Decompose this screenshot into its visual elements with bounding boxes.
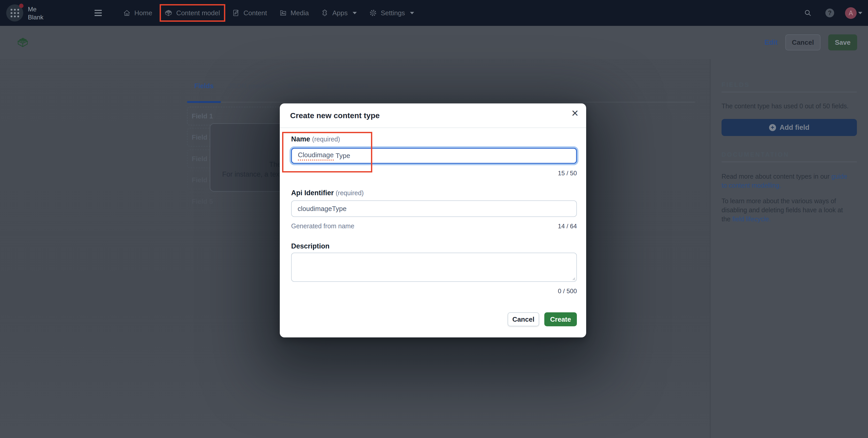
account-menu[interactable]: A [845, 7, 862, 19]
description-char-counter: 0 / 500 [558, 288, 577, 295]
empty-state-line2: For instance, a text f [222, 170, 285, 178]
nav-item-apps[interactable]: Apps [315, 0, 363, 26]
avatar: A [845, 7, 857, 19]
nav-item-label: Settings [381, 9, 405, 17]
chevron-down-icon [352, 12, 357, 14]
plus-icon: + [769, 124, 776, 131]
grid-dots-icon [10, 9, 19, 17]
nav-item-label: Content [243, 9, 267, 17]
fields-usage-text: The content type has used 0 out of 50 fi… [721, 101, 857, 111]
field-placeholder-label: Field 1 [192, 112, 213, 120]
toolbar-actions: Edit Cancel Save [765, 34, 857, 51]
sidebar-docs-heading: DOCUMENTATION [721, 151, 857, 158]
divider [280, 127, 586, 128]
editor-tabs: Fields JSON preview Sidebar Entry editor… [187, 82, 695, 103]
tab-sidebar[interactable]: Sidebar [281, 82, 319, 102]
divider [721, 92, 857, 92]
docs-paragraph-2: To learn more about the various ways of … [721, 197, 852, 224]
settings-gear-icon [369, 8, 377, 17]
apps-icon [320, 9, 329, 17]
name-char-counter: 15 / 50 [558, 170, 577, 177]
nav-item-label: Media [291, 9, 309, 17]
nav-item-content[interactable]: Content [226, 0, 273, 26]
close-icon[interactable]: × [571, 107, 579, 119]
modal-cancel-button[interactable]: Cancel [507, 312, 539, 326]
required-suffix: (required) [336, 189, 364, 197]
toolbar-save-button[interactable]: Save [828, 34, 857, 51]
name-value-rest: Type [336, 152, 350, 160]
name-input[interactable]: Cloudimage Type [291, 148, 577, 164]
toolbar-cancel-button[interactable]: Cancel [785, 34, 820, 51]
right-sidebar: FIELDS The content type has used 0 out o… [710, 59, 868, 438]
chevron-down-icon [410, 12, 414, 14]
nav-item-media[interactable]: Media [273, 0, 315, 26]
menu-button[interactable] [95, 10, 102, 18]
nav-item-label: Content model [176, 9, 220, 17]
search-icon[interactable] [801, 6, 815, 20]
top-nav: Me Blank Home Cont [0, 0, 868, 26]
name-label: Name (required) [291, 135, 340, 143]
question-mark-glyph: ? [828, 9, 832, 17]
divider [721, 162, 857, 162]
api-helper-row: Generated from name 14 / 64 [291, 222, 577, 230]
page: Me Blank Home Cont [0, 0, 868, 438]
name-value-misspelled: Cloudimage [298, 151, 334, 160]
api-char-counter: 14 / 64 [558, 223, 577, 230]
field-placeholder-label: Field 5 [192, 198, 213, 206]
name-label-text: Name [291, 135, 310, 143]
tab-fields[interactable]: Fields [187, 82, 221, 102]
description-textarea[interactable] [291, 253, 577, 282]
chevron-down-icon [858, 12, 862, 14]
space-title: Blank [28, 13, 43, 21]
nav-item-content-model[interactable]: Content model [158, 0, 226, 26]
tab-entry-editors[interactable]: Entry editors [319, 82, 375, 102]
content-model-icon [164, 8, 173, 17]
nav-item-label: Home [134, 9, 152, 17]
modal-footer: Cancel Create [507, 312, 577, 326]
required-suffix: (required) [312, 136, 340, 143]
create-content-type-modal: Create new content type × Name (required… [280, 104, 586, 338]
tab-json-preview[interactable]: JSON preview [221, 82, 281, 102]
modal-create-button[interactable]: Create [544, 312, 577, 326]
avatar-letter: A [848, 9, 853, 17]
add-field-button[interactable]: + Add field [721, 119, 857, 136]
content-icon [232, 9, 240, 17]
api-helper-text: Generated from name [291, 222, 354, 230]
api-identifier-label: Api Identifier (required) [291, 189, 364, 197]
main-nav: Home Content model C [117, 0, 420, 26]
modal-title: Create new content type [290, 111, 380, 120]
api-identifier-input[interactable] [291, 200, 577, 217]
field-lifecycle-link[interactable]: field lifecycle. [733, 215, 771, 223]
home-icon [123, 9, 131, 17]
description-label-text: Description [291, 242, 330, 250]
description-label: Description [291, 242, 330, 250]
org-name: Me [28, 5, 43, 13]
docs-paragraph-1: Read more about content types in our gui… [721, 172, 852, 190]
edit-button[interactable]: Edit [765, 38, 778, 47]
help-icon[interactable]: ? [826, 8, 834, 17]
sidebar-fields-heading: FIELDS [721, 81, 857, 88]
space-name: Me Blank [28, 5, 43, 21]
add-field-label: Add field [780, 124, 810, 132]
api-label-text: Api Identifier [291, 189, 334, 197]
content-type-icon [16, 36, 29, 49]
nav-item-label: Apps [332, 9, 347, 17]
plus-glyph: + [771, 124, 774, 130]
media-icon [279, 9, 287, 17]
docs-text: Read more about content types in our [721, 173, 831, 180]
nav-item-home[interactable]: Home [117, 0, 158, 26]
nav-item-settings[interactable]: Settings [363, 0, 420, 26]
content-type-toolbar: Edit Cancel Save [0, 26, 868, 59]
nav-right-actions: ? A [801, 0, 868, 26]
notification-dot [19, 4, 24, 8]
